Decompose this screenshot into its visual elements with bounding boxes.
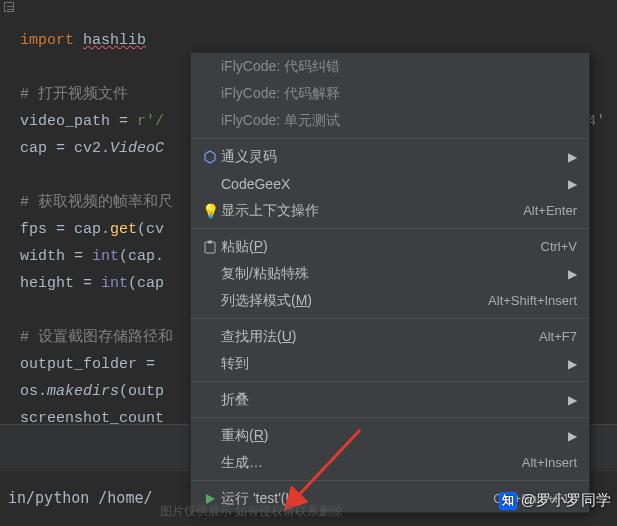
menu-column-select[interactable]: 列选择模式(M)Alt+Shift+Insert [191,287,589,314]
menu-label: iFlyCode: 代码解释 [221,85,577,103]
expr: output_folder = [20,356,155,373]
menu-paste[interactable]: 粘贴(P)Ctrl+V [191,233,589,260]
comment: # 设置截图存储路径和 [20,329,173,346]
menu-label: 折叠 [221,391,560,409]
expr: cap = cv2. [20,140,110,157]
var-video-path: video_path = [20,113,137,130]
menu-label: 生成… [221,454,522,472]
menu-label: iFlyCode: 代码纠错 [221,58,577,76]
menu-ifly-fix[interactable]: iFlyCode: 代码纠错 [191,53,589,80]
gutter-fold-icon[interactable] [4,2,14,12]
tongyi-icon [199,150,221,164]
builtin-int: int [92,248,119,265]
menu-generate[interactable]: 生成…Alt+Insert [191,449,589,476]
expr: (outp [119,383,164,400]
menu-separator [191,417,589,418]
menu-separator [191,480,589,481]
expr: (cap. [119,248,164,265]
method-makedirs: makedirs [47,383,119,400]
footer-note: 图片仅供展示 如有侵权请联系删除 [160,503,343,520]
svg-rect-1 [208,240,212,243]
zhihu-icon: 知 [499,492,517,510]
menu-label: 查找用法(U) [221,328,539,346]
menu-separator [191,318,589,319]
submenu-arrow-icon: ▶ [568,177,577,191]
menu-label: 重构(R) [221,427,560,445]
menu-separator [191,228,589,229]
menu-label: 列选择模式(M) [221,292,488,310]
menu-separator [191,381,589,382]
menu-ifly-explain[interactable]: iFlyCode: 代码解释 [191,80,589,107]
menu-goto[interactable]: 转到▶ [191,350,589,377]
expr: width = [20,248,92,265]
comment: # 获取视频的帧率和尺 [20,194,173,211]
ident: VideoC [110,140,164,157]
builtin-int: int [101,275,128,292]
shortcut: Ctrl+V [541,239,577,254]
run-output-text: in/python /home/ [8,489,153,507]
menu-label: 复制/粘贴特殊 [221,265,560,283]
menu-separator [191,138,589,139]
menu-label: 通义灵码 [221,148,560,166]
module-hashlib: hashlib [83,32,146,49]
expr: os. [20,383,47,400]
menu-label: CodeGeeX [221,176,560,192]
menu-tongyi[interactable]: 通义灵码▶ [191,143,589,170]
menu-ifly-unittest[interactable]: iFlyCode: 单元测试 [191,107,589,134]
submenu-arrow-icon: ▶ [568,267,577,281]
menu-codegeex[interactable]: CodeGeeX▶ [191,170,589,197]
menu-label: 转到 [221,355,560,373]
menu-label: 粘贴(P) [221,238,541,256]
shortcut: Alt+Insert [522,455,577,470]
submenu-arrow-icon: ▶ [568,429,577,443]
shortcut: Alt+Shift+Insert [488,293,577,308]
menu-refactor[interactable]: 重构(R)▶ [191,422,589,449]
watermark: 知 @罗小罗同学 [499,491,611,510]
expr: (cap [128,275,164,292]
submenu-arrow-icon: ▶ [568,393,577,407]
expr: fps = cap. [20,221,110,238]
submenu-arrow-icon: ▶ [568,357,577,371]
shortcut: Alt+F7 [539,329,577,344]
menu-fold[interactable]: 折叠▶ [191,386,589,413]
comment: # 打开视频文件 [20,86,128,103]
keyword-import: import [20,32,74,49]
menu-copy-paste-special[interactable]: 复制/粘贴特殊▶ [191,260,589,287]
watermark-text: @罗小罗同学 [521,491,611,510]
menu-show-context-actions[interactable]: 💡 显示上下文操作Alt+Enter [191,197,589,224]
shortcut: Alt+Enter [523,203,577,218]
method-get: get [110,221,137,238]
menu-label: 显示上下文操作 [221,202,523,220]
menu-find-usages[interactable]: 查找用法(U)Alt+F7 [191,323,589,350]
context-menu: iFlyCode: 代码纠错 iFlyCode: 代码解释 iFlyCode: … [190,52,590,513]
expr: (cv [137,221,164,238]
submenu-arrow-icon: ▶ [568,150,577,164]
string: r'/ [137,113,164,130]
bulb-icon: 💡 [199,203,221,219]
svg-rect-0 [205,242,215,253]
clipboard-icon [199,240,221,254]
menu-label: iFlyCode: 单元测试 [221,112,577,130]
expr: height = [20,275,101,292]
